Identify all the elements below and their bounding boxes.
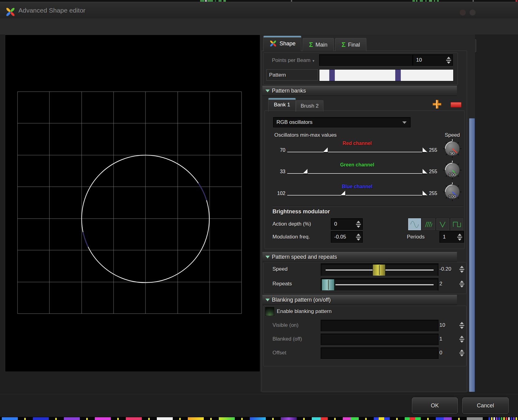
speed-slider-handle[interactable] [373,264,385,276]
app-pinwheel-icon [5,6,16,17]
offset-spinner[interactable] [458,348,465,357]
square-wave-button[interactable] [450,218,463,230]
palette-tick [396,418,398,420]
pattern-speed-header[interactable]: Pattern speed and repeats [262,252,457,262]
visible-on-slider[interactable] [321,320,439,331]
points-per-beam-spinner[interactable] [445,55,452,65]
periods-spinbox[interactable]: 1 [439,231,464,243]
palette-swatch[interactable] [250,417,266,420]
palette-swatch[interactable] [95,417,111,420]
tab-shape[interactable]: Shape [263,36,301,51]
cancel-button[interactable]: Cancel [462,397,509,414]
blanking-pattern-header[interactable]: Blanking pattern (on/off) [262,295,457,305]
palette-tick [117,418,119,420]
repeats-spinner[interactable] [458,279,465,288]
oscillator-type-dropdown[interactable]: RGB oscillators [273,117,411,128]
offset-slider[interactable] [321,347,439,359]
red-max-handle[interactable] [423,147,427,152]
visible-on-spinner[interactable] [458,321,465,330]
ok-button[interactable]: OK [412,397,458,414]
window-close-button[interactable] [470,10,476,16]
action-depth-spinner[interactable] [355,220,362,229]
panel-scrollbar[interactable] [469,118,475,392]
blue-minmax-slider[interactable] [287,191,427,196]
pattern-label: Pattern [269,72,286,78]
cancel-label: Cancel [477,403,494,409]
palette-swatch[interactable] [374,417,390,420]
pattern-preview-bar[interactable] [319,69,454,81]
palette-swatch[interactable] [64,417,80,420]
blanked-off-spinner[interactable] [458,334,465,344]
chevron-down-icon [402,121,407,124]
enable-blanking-checkbox[interactable] [265,307,274,316]
pattern-stripe [395,70,401,81]
sawtooth-wave-button[interactable] [422,218,435,230]
sigma-icon: Σ [309,41,313,49]
red-speed-knob[interactable]: 90 [443,139,462,158]
blue-max-handle[interactable] [423,191,427,195]
palette-swatch[interactable] [343,417,359,420]
modulation-freq-spinner[interactable] [355,232,362,242]
tab-bank-1[interactable]: Bank 1 [268,98,296,112]
remove-bank-button[interactable] [450,102,462,108]
modulation-freq-spinbox[interactable]: -0.05 [331,231,363,243]
triangle-wave-button[interactable] [436,218,449,230]
palette-swatch[interactable] [157,417,173,420]
green-max-handle[interactable] [423,169,427,174]
pattern-banks-header[interactable]: Pattern banks [262,86,457,96]
tab-main[interactable]: Σ Main [303,38,334,51]
repeats-slider-handle[interactable] [322,279,334,291]
points-per-beam-spinbox[interactable]: 10 [413,54,453,66]
periods-spinner[interactable] [456,232,463,242]
palette-swatch[interactable] [436,417,452,420]
sigma-icon: Σ [342,41,346,49]
red-knob-value: 90 [450,151,455,156]
top-strip-mark [416,0,417,2]
red-channel-label: Red channel [287,141,427,146]
green-minmax-slider[interactable] [287,169,427,174]
points-per-beam-slider[interactable] [319,54,413,66]
visible-on-value: 10 [439,322,445,328]
blanked-off-slider[interactable] [321,334,439,345]
green-min-handle[interactable] [303,169,307,174]
add-bank-button[interactable] [431,99,443,109]
sine-wave-button[interactable] [408,218,421,230]
points-per-beam-label[interactable]: Points per Beam ▼ [272,57,315,63]
advanced-shape-editor-window: Advanced Shape editor Show it now [0,0,518,420]
footer-divider [0,393,518,394]
preview-canvas[interactable] [5,35,260,372]
speed-spinner[interactable] [458,265,465,274]
offset-label: Offset [273,350,286,356]
red-min-handle[interactable] [323,147,328,152]
collapse-triangle-icon [265,299,270,301]
enable-blanking-label: Enable blanking pattern [277,308,332,315]
palette-swatch[interactable] [312,417,328,420]
palette-swatch[interactable] [405,417,421,420]
tab-shape-label: Shape [280,40,296,47]
title-bar[interactable]: Advanced Shape editor [0,2,518,19]
palette-swatch[interactable] [2,417,18,420]
collapse-triangle-icon [265,256,270,258]
red-minmax-slider[interactable] [287,147,427,152]
palette-swatch[interactable] [281,417,297,420]
palette-swatch[interactable] [219,417,235,420]
palette-swatch[interactable] [467,417,483,420]
shape-tab-pinwheel-icon [269,40,277,48]
palette-tick [55,418,57,420]
modulation-freq-label: Modulation freq. [273,234,310,240]
brightness-modulator-title: Brightness modulator [273,208,330,215]
palette-swatch[interactable] [126,417,142,420]
palette-swatch[interactable] [188,417,204,420]
repeats-slider[interactable] [321,278,439,291]
tab-brush-2[interactable]: Brush 2 [296,100,323,112]
tab-brush-2-label: Brush 2 [301,103,319,109]
blue-min-handle[interactable] [341,191,345,195]
shape-panel: Shape Σ Main Σ Final Points per Beam ▼ 1… [260,35,475,392]
speed-slider[interactable] [321,263,439,276]
tab-final[interactable]: Σ Final [335,38,366,51]
palette-swatch[interactable] [33,417,49,420]
action-depth-spinbox[interactable]: 0 [331,218,363,230]
green-speed-knob[interactable]: 100 [443,160,462,180]
blue-speed-knob[interactable]: 100 [443,182,462,202]
window-minimize-button[interactable] [460,10,466,16]
